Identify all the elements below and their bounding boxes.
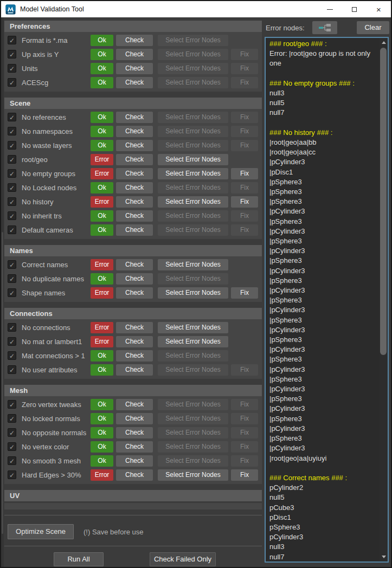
scrollbar-thumb[interactable] — [380, 48, 387, 355]
checkbox[interactable]: ✓ — [8, 113, 16, 121]
left-scrollbar-thumb[interactable] — [2, 232, 3, 534]
minimize-button[interactable] — [318, 1, 342, 17]
status-badge: Error — [91, 154, 113, 165]
select-error-nodes-button[interactable]: Select Error Nodes — [158, 469, 228, 481]
check-button[interactable]: Check — [116, 63, 153, 74]
check-button[interactable]: Check — [116, 399, 153, 410]
checkbox[interactable]: ✓ — [8, 183, 16, 192]
validation-row: ✓ No mat or lambert1 Error Check Select … — [4, 335, 262, 349]
status-badge: Ok — [91, 182, 113, 193]
scroll-down-arrow[interactable] — [380, 553, 388, 561]
checkbox[interactable]: ✓ — [8, 260, 16, 269]
validation-row: ✓ Up axis is Y Ok Check Select Error Nod… — [4, 48, 262, 62]
select-error-nodes-button[interactable]: Select Error Nodes — [158, 322, 228, 333]
close-button[interactable]: × — [367, 1, 391, 17]
error-list-line — [269, 463, 379, 473]
check-button[interactable]: Check — [116, 49, 153, 60]
checkbox[interactable]: ✓ — [8, 456, 16, 465]
check-button[interactable]: Check — [116, 77, 153, 88]
check-button[interactable]: Check — [116, 259, 153, 270]
scroll-up-arrow[interactable] — [380, 38, 388, 47]
checkbox[interactable]: ✓ — [8, 288, 16, 297]
checkbox[interactable]: ✓ — [8, 78, 16, 87]
fix-button[interactable]: Fix — [231, 168, 258, 179]
checkbox[interactable]: ✓ — [8, 211, 16, 220]
checkbox[interactable]: ✓ — [8, 64, 16, 73]
checkbox[interactable]: ✓ — [8, 442, 16, 451]
check-button[interactable]: Check — [116, 196, 153, 208]
fix-button[interactable]: Fix — [231, 196, 258, 208]
checkbox[interactable]: ✓ — [8, 127, 16, 135]
status-badge: Ok — [91, 455, 113, 467]
check-button[interactable]: Check — [116, 427, 153, 438]
checkbox[interactable]: ✓ — [8, 414, 16, 423]
checkbox[interactable]: ✓ — [8, 197, 16, 206]
check-button[interactable]: Check — [116, 224, 153, 236]
section-scene: Scene ✓ No references Ok Check Select Er… — [4, 98, 262, 239]
checkbox[interactable]: ✓ — [8, 365, 16, 374]
section-rows: ✓ No references Ok Check Select Error No… — [4, 109, 262, 239]
section-header: Scene — [4, 98, 262, 109]
checkbox[interactable]: ✓ — [8, 225, 16, 234]
checkbox[interactable]: ✓ — [8, 323, 16, 332]
check-button[interactable]: Check — [116, 469, 153, 481]
checkbox[interactable]: ✓ — [8, 428, 16, 437]
check-button[interactable]: Check — [116, 35, 153, 46]
checkbox[interactable]: ✓ — [8, 400, 16, 409]
check-button[interactable]: Check — [116, 455, 153, 467]
checkbox[interactable]: ✓ — [8, 141, 16, 150]
check-button[interactable]: Check — [116, 210, 153, 222]
check-button[interactable]: Check — [116, 112, 153, 123]
checkbox[interactable]: ✓ — [8, 470, 16, 479]
error-list-line: null7 — [269, 552, 379, 561]
check-button[interactable]: Check — [116, 413, 153, 424]
check-button[interactable]: Check — [116, 126, 153, 137]
run-all-button[interactable]: Run All — [54, 552, 104, 566]
check-button[interactable]: Check — [116, 364, 153, 376]
select-error-nodes-button[interactable]: Select Error Nodes — [158, 287, 228, 299]
optimize-scene-button[interactable]: Optimize Scene — [8, 524, 74, 539]
check-button[interactable]: Check — [116, 168, 153, 179]
checkbox[interactable]: ✓ — [8, 351, 16, 360]
check-button[interactable]: Check — [116, 182, 153, 193]
fix-button[interactable]: Fix — [231, 287, 258, 299]
checkbox[interactable]: ✓ — [8, 169, 16, 178]
section-preferences: Preferences ✓ Format is *.ma Ok Check Se… — [4, 21, 262, 92]
fix-button[interactable]: Fix — [231, 469, 258, 481]
checkbox[interactable]: ✓ — [8, 50, 16, 59]
check-failed-only-button[interactable]: Check Failed Only — [150, 552, 216, 566]
check-button[interactable]: Check — [116, 441, 153, 453]
error-list-content: ### root/geo ### : Error: |root|geo grou… — [266, 39, 379, 561]
error-list-scrollbar[interactable] — [380, 38, 388, 561]
select-error-nodes-button[interactable]: Select Error Nodes — [158, 168, 228, 179]
select-in-node-editor-button[interactable] — [312, 21, 337, 34]
check-button[interactable]: Check — [116, 336, 153, 347]
check-button[interactable]: Check — [116, 154, 153, 165]
select-error-nodes-button[interactable]: Select Error Nodes — [158, 336, 228, 347]
check-button[interactable]: Check — [116, 287, 153, 299]
checkbox[interactable]: ✓ — [8, 337, 16, 346]
left-scrollbar[interactable] — [1, 17, 4, 567]
maximize-button[interactable] — [342, 1, 367, 17]
row-label: No references — [22, 113, 66, 121]
check-button[interactable]: Check — [116, 140, 153, 151]
check-button[interactable]: Check — [116, 350, 153, 362]
checkbox[interactable]: ✓ — [8, 155, 16, 164]
select-error-nodes-button[interactable]: Select Error Nodes — [158, 154, 228, 165]
check-button[interactable]: Check — [116, 273, 153, 285]
fix-button: Fix — [231, 63, 258, 74]
error-node-list[interactable]: ### root/geo ### : Error: |root|geo grou… — [265, 37, 389, 563]
section-rows: ✓ Format is *.ma Ok Check Select Error N… — [4, 32, 262, 92]
select-error-nodes-button[interactable]: Select Error Nodes — [158, 259, 228, 270]
check-button[interactable]: Check — [116, 322, 153, 333]
checkbox[interactable]: ✓ — [8, 274, 16, 283]
select-error-nodes-button[interactable]: Select Error Nodes — [158, 196, 228, 208]
validation-row: ✓ No inherit trs Ok Check Select Error N… — [4, 209, 262, 223]
clear-button[interactable]: Clear — [357, 21, 389, 34]
uv-empty-strip — [4, 503, 262, 509]
row-label: Up axis is Y — [22, 50, 59, 59]
error-list-line: |pCylinder3 — [269, 227, 379, 236]
minimize-icon — [327, 9, 333, 10]
checkbox[interactable]: ✓ — [8, 36, 16, 44]
fix-button: Fix — [231, 364, 258, 376]
